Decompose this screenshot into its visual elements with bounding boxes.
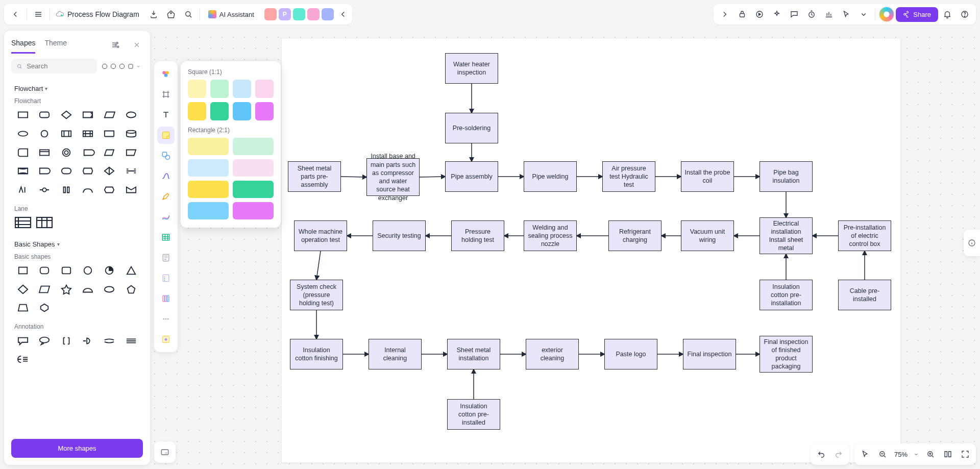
flow-node[interactable]: Pre-soldering [445, 113, 498, 143]
tool-favorite-icon[interactable] [157, 331, 175, 348]
tool-shape-icon[interactable] [157, 147, 175, 164]
collaborator-avatar[interactable] [322, 8, 334, 20]
play-icon[interactable] [751, 6, 768, 22]
section-flowchart-title[interactable]: Flowchart▾ [14, 81, 140, 94]
color-swatch[interactable] [188, 202, 229, 219]
color-swatch[interactable] [210, 80, 229, 98]
flowchart-shape[interactable] [14, 145, 32, 160]
chart-icon[interactable] [821, 6, 837, 22]
flowchart-shape[interactable] [79, 145, 96, 160]
flowchart-shape[interactable] [14, 108, 32, 122]
flowchart-shape[interactable] [122, 108, 140, 122]
annotation-shape[interactable] [14, 352, 32, 367]
flowchart-shape[interactable] [79, 127, 96, 141]
flowchart-shape[interactable] [122, 164, 140, 179]
cursor-mode-button[interactable] [857, 447, 873, 462]
color-swatch[interactable] [188, 80, 206, 98]
zoom-in-button[interactable] [923, 447, 938, 462]
flow-node[interactable]: Insulation cotton finishing [290, 339, 343, 369]
tool-list-icon[interactable] [157, 269, 175, 287]
search-button[interactable] [180, 6, 197, 22]
tool-table-icon[interactable] [157, 229, 175, 246]
flowchart-shape[interactable] [36, 108, 53, 122]
tool-columns-icon[interactable] [157, 290, 175, 307]
zoom-level[interactable]: 75% [892, 451, 910, 458]
flow-node[interactable]: Pipe assembly [445, 161, 498, 192]
flow-node[interactable]: Air pressure test Hydraulic test [602, 161, 655, 192]
lock-icon[interactable] [734, 6, 750, 22]
flow-node[interactable]: exterior cleaning [526, 339, 579, 369]
flow-node[interactable]: Pipe welding [524, 161, 577, 192]
basic-shape[interactable] [122, 282, 140, 297]
flowchart-shape[interactable] [122, 145, 140, 160]
info-handle[interactable] [964, 230, 980, 256]
flow-node[interactable]: Internal cleaning [369, 339, 422, 369]
flow-node[interactable]: Install base and main parts such as comp… [366, 158, 420, 196]
color-swatch[interactable] [233, 138, 274, 155]
shape-search-input[interactable] [26, 62, 92, 70]
color-swatch[interactable] [188, 159, 229, 177]
flow-node[interactable]: Welding and sealing process nozzle [524, 220, 577, 251]
basic-shape[interactable] [79, 263, 96, 278]
color-swatch[interactable] [188, 102, 206, 120]
flow-node[interactable]: Water heater inspection [445, 53, 498, 84]
tool-theme-icon[interactable] [157, 65, 175, 83]
color-swatch[interactable] [233, 159, 274, 177]
flow-node[interactable]: Paste logo [604, 339, 657, 369]
flow-node[interactable]: Insulation cotton pre-installation [760, 280, 813, 310]
flowchart-shape[interactable] [36, 127, 53, 141]
annotation-shape[interactable] [122, 333, 140, 348]
color-swatch[interactable] [233, 80, 251, 98]
flowchart-shape[interactable] [79, 182, 96, 197]
basic-shape[interactable] [58, 263, 75, 278]
flowchart-shape[interactable] [122, 182, 140, 197]
document-title[interactable]: Process Flow Diagram [53, 10, 144, 19]
color-swatch[interactable] [233, 181, 274, 198]
tool-pen-icon[interactable] [157, 188, 175, 205]
basic-shape[interactable] [14, 301, 32, 315]
minimap-toggle[interactable] [154, 441, 176, 463]
color-swatch[interactable] [188, 181, 229, 198]
tool-note-icon[interactable] [157, 249, 175, 266]
basic-shape[interactable] [36, 301, 53, 315]
flow-node[interactable]: Final inspection [683, 339, 736, 369]
help-icon[interactable] [957, 6, 973, 22]
tab-shapes[interactable]: Shapes [11, 36, 35, 54]
timer-icon[interactable] [803, 6, 820, 22]
more-shapes-button[interactable]: More shapes [11, 439, 143, 458]
flowchart-shape[interactable] [101, 127, 118, 141]
tab-theme[interactable]: Theme [44, 36, 67, 54]
brand-logo-icon[interactable] [878, 6, 895, 22]
tool-connector-icon[interactable] [157, 208, 175, 226]
color-swatch[interactable] [233, 202, 274, 219]
flowchart-shape[interactable] [14, 127, 32, 141]
flow-node[interactable]: Whole machine operation test [294, 220, 347, 251]
basic-shape[interactable] [101, 282, 118, 297]
basic-shape[interactable] [79, 282, 96, 297]
flowchart-shape[interactable] [79, 164, 96, 179]
export-button[interactable] [145, 6, 162, 22]
flowchart-shape[interactable] [101, 145, 118, 160]
flowchart-shape[interactable] [101, 108, 118, 122]
flow-node[interactable]: Vacuum unit wiring [681, 220, 734, 251]
flowchart-shape[interactable] [79, 108, 96, 122]
lane-shape[interactable] [14, 215, 32, 230]
panel-settings-icon[interactable] [109, 39, 121, 51]
basic-shape[interactable] [36, 282, 53, 297]
color-swatch[interactable] [255, 102, 274, 120]
quick-shapes[interactable] [101, 63, 143, 70]
section-basic-title[interactable]: Basic Shapes▾ [14, 236, 140, 250]
flow-node[interactable]: Pressure holding test [451, 220, 504, 251]
flowchart-shape[interactable] [14, 164, 32, 179]
tool-frame-icon[interactable] [157, 86, 175, 103]
flow-node[interactable]: Insulation cotton pre-installed [447, 399, 500, 430]
flowchart-shape[interactable] [58, 164, 75, 179]
basic-shape[interactable] [36, 263, 53, 278]
basic-shape[interactable] [14, 263, 32, 278]
flowchart-shape[interactable] [101, 182, 118, 197]
zoom-out-button[interactable] [875, 447, 890, 462]
shape-search[interactable] [11, 59, 97, 73]
color-swatch[interactable] [233, 102, 251, 120]
flow-node[interactable]: Install the probe coil [681, 161, 734, 192]
undo-button[interactable] [814, 447, 829, 462]
